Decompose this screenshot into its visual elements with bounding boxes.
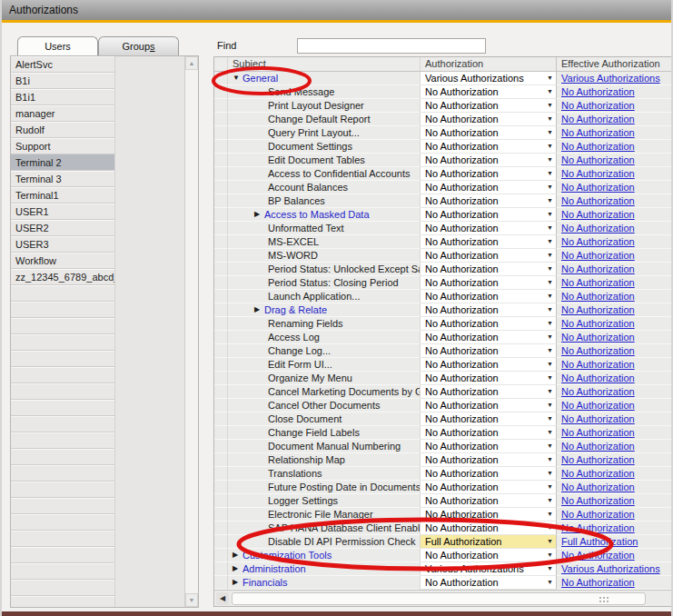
effective-authorization-link[interactable]: No Authorization xyxy=(561,454,635,465)
effective-authorization-link[interactable]: Full Authorization xyxy=(561,536,638,547)
effective-authorization-link[interactable]: No Authorization xyxy=(561,482,635,492)
user-list-item[interactable]: Support xyxy=(11,138,114,154)
user-list-empty-row[interactable] xyxy=(11,302,114,318)
effective-authorization-link[interactable]: No Authorization xyxy=(561,332,635,343)
user-list-empty-row[interactable] xyxy=(11,351,114,367)
dropdown-arrow-icon[interactable]: ▼ xyxy=(547,140,553,153)
effective-authorization-link[interactable]: No Authorization xyxy=(561,236,635,247)
dropdown-arrow-icon[interactable]: ▼ xyxy=(547,290,553,303)
dropdown-arrow-icon[interactable]: ▼ xyxy=(547,549,553,561)
dropdown-arrow-icon[interactable]: ▼ xyxy=(547,303,553,316)
scroll-down-icon[interactable]: ▼ xyxy=(185,593,198,607)
dropdown-arrow-icon[interactable]: ▼ xyxy=(547,440,553,452)
row-selector-cell[interactable] xyxy=(214,303,228,317)
row-selector-cell[interactable] xyxy=(214,440,228,453)
effective-authorization-link[interactable]: No Authorization xyxy=(561,550,635,561)
effective-authorization-link[interactable]: No Authorization xyxy=(561,359,635,370)
expand-icon[interactable]: ▶ xyxy=(254,303,264,316)
dropdown-arrow-icon[interactable]: ▼ xyxy=(547,385,553,398)
row-selector-cell[interactable] xyxy=(214,562,228,576)
subject-label[interactable]: Customization Tools xyxy=(242,549,332,561)
dropdown-arrow-icon[interactable]: ▼ xyxy=(547,126,553,139)
user-list-item[interactable]: Workflow xyxy=(11,253,114,269)
effective-authorization-link[interactable]: No Authorization xyxy=(561,209,635,220)
dropdown-arrow-icon[interactable]: ▼ xyxy=(547,453,553,466)
tab-groups[interactable]: Groups xyxy=(98,36,179,55)
authorization-dropdown[interactable]: No Authorization▼ xyxy=(421,249,557,263)
authorization-dropdown[interactable]: No Authorization▼ xyxy=(421,344,557,358)
effective-authorization-link[interactable]: No Authorization xyxy=(561,141,635,152)
authorization-dropdown[interactable]: No Authorization▼ xyxy=(421,99,557,113)
find-input[interactable] xyxy=(297,38,486,54)
row-selector-cell[interactable] xyxy=(214,467,228,481)
row-selector-cell[interactable] xyxy=(214,290,228,303)
dropdown-arrow-icon[interactable]: ▼ xyxy=(547,372,553,384)
user-list-item[interactable]: Rudolf xyxy=(11,122,114,138)
user-list-empty-row[interactable] xyxy=(11,432,114,449)
dropdown-arrow-icon[interactable]: ▼ xyxy=(547,113,553,125)
authorization-dropdown[interactable]: No Authorization▼ xyxy=(421,576,557,590)
collapse-icon[interactable]: ▼ xyxy=(233,72,242,84)
authorization-dropdown[interactable]: No Authorization▼ xyxy=(421,263,557,276)
user-list-item[interactable]: B1i xyxy=(11,73,114,89)
effective-authorization-link[interactable]: No Authorization xyxy=(561,468,635,479)
subject-label[interactable]: Financials xyxy=(242,576,288,589)
authorization-dropdown[interactable]: No Authorization▼ xyxy=(421,331,557,344)
row-selector-cell[interactable] xyxy=(214,140,228,154)
authorization-dropdown[interactable]: No Authorization▼ xyxy=(421,290,557,303)
dropdown-arrow-icon[interactable]: ▼ xyxy=(547,481,553,493)
user-list-item[interactable]: zz_12345_6789_abcd_efgh xyxy=(11,269,114,285)
row-selector-cell[interactable] xyxy=(214,208,228,222)
dropdown-arrow-icon[interactable]: ▼ xyxy=(547,154,553,166)
user-list-item[interactable]: USER2 xyxy=(11,220,114,236)
dropdown-arrow-icon[interactable]: ▼ xyxy=(547,399,553,412)
effective-authorization-link[interactable]: No Authorization xyxy=(561,182,635,193)
user-list-item[interactable]: B1i1 xyxy=(11,89,114,105)
user-list-empty-row[interactable] xyxy=(11,367,114,383)
scrollbar-grip-icon[interactable] xyxy=(599,597,601,599)
effective-authorization-link[interactable]: No Authorization xyxy=(561,495,635,506)
dropdown-arrow-icon[interactable]: ▼ xyxy=(547,167,553,180)
dropdown-arrow-icon[interactable]: ▼ xyxy=(547,222,553,234)
effective-authorization-link[interactable]: No Authorization xyxy=(561,509,635,520)
authorization-dropdown[interactable]: No Authorization▼ xyxy=(421,372,557,385)
dropdown-arrow-icon[interactable]: ▼ xyxy=(547,194,553,207)
user-list-empty-row[interactable] xyxy=(11,514,114,531)
user-list-empty-row[interactable] xyxy=(11,580,114,596)
row-selector-cell[interactable] xyxy=(214,494,228,508)
effective-authorization-link[interactable]: No Authorization xyxy=(561,522,635,533)
effective-authorization-link[interactable]: No Authorization xyxy=(561,86,635,97)
user-list-item[interactable]: AlertSvc xyxy=(11,56,114,73)
row-selector-cell[interactable] xyxy=(214,249,228,263)
effective-authorization-link[interactable]: No Authorization xyxy=(561,318,635,329)
authorization-dropdown[interactable]: No Authorization▼ xyxy=(421,412,557,426)
authorization-dropdown[interactable]: No Authorization▼ xyxy=(421,453,557,467)
authorization-dropdown[interactable]: No Authorization▼ xyxy=(421,126,557,140)
effective-authorization-link[interactable]: No Authorization xyxy=(561,100,635,111)
effective-authorization-link[interactable]: No Authorization xyxy=(561,250,635,261)
user-list-empty-row[interactable] xyxy=(11,449,114,465)
user-list-empty-row[interactable] xyxy=(11,596,114,607)
row-selector-cell[interactable] xyxy=(214,126,228,140)
authorization-dropdown[interactable]: No Authorization▼ xyxy=(421,85,557,99)
effective-authorization-link[interactable]: No Authorization xyxy=(561,386,635,397)
row-selector-cell[interactable] xyxy=(214,358,228,372)
effective-authorization-link[interactable]: No Authorization xyxy=(561,223,635,233)
row-selector-cell[interactable] xyxy=(214,508,228,522)
effective-authorization-link[interactable]: No Authorization xyxy=(561,577,635,588)
authorization-dropdown[interactable]: No Authorization▼ xyxy=(421,440,557,453)
effective-authorization-link[interactable]: Various Authorizations xyxy=(561,563,660,574)
row-selector-cell[interactable] xyxy=(214,535,228,549)
user-list-empty-row[interactable] xyxy=(11,563,114,580)
effective-authorization-link[interactable]: No Authorization xyxy=(561,413,635,424)
dropdown-arrow-icon[interactable]: ▼ xyxy=(547,72,553,84)
effective-authorization-link[interactable]: Various Authorizations xyxy=(561,73,660,84)
horizontal-scrollbar-track[interactable] xyxy=(232,592,646,605)
tab-users[interactable]: Users xyxy=(17,36,98,55)
dropdown-arrow-icon[interactable]: ▼ xyxy=(547,426,553,439)
user-list-item[interactable]: Terminal 2 xyxy=(11,154,114,171)
dropdown-arrow-icon[interactable]: ▼ xyxy=(547,99,553,112)
row-selector-cell[interactable] xyxy=(214,549,228,562)
user-list-scrollbar[interactable]: ▲ ▼ xyxy=(184,56,198,607)
user-list-empty-row[interactable] xyxy=(11,334,114,351)
